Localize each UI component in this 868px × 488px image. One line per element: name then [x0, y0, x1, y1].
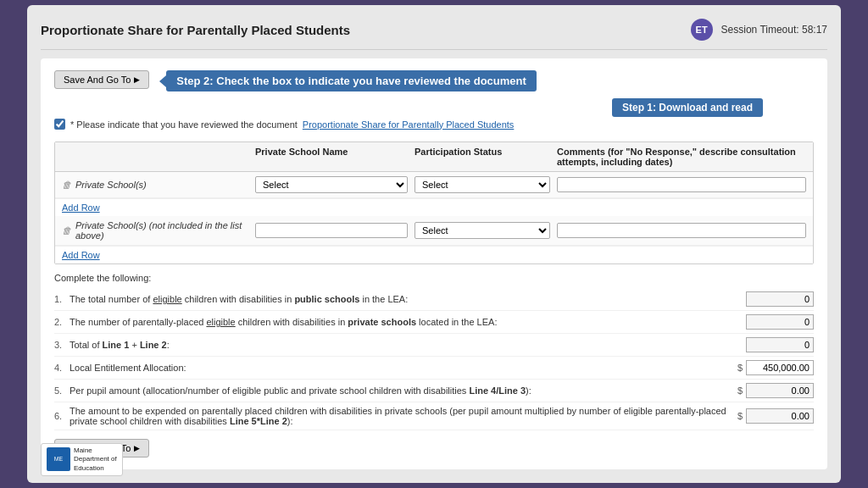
review-label: * Please indicate that you have reviewed… [70, 119, 298, 130]
calc-row-4-input[interactable] [746, 360, 814, 375]
row2-private-school-input[interactable] [255, 223, 408, 238]
calc-row-5-num: 5. [54, 385, 70, 396]
calc-row-1-label: The total number of eligible children wi… [70, 294, 746, 304]
main-content: Save And Go To Step 2: Check the box to … [41, 58, 827, 469]
review-row: * Please indicate that you have reviewed… [54, 119, 814, 130]
calc-row-6-label: The amount to be expended on parentally … [70, 406, 737, 426]
col-header-participation: Participation Status [415, 147, 550, 167]
session-timeout: Session Timeout: 58:17 [721, 24, 827, 36]
col-header-private-school: Private School Name [255, 147, 408, 167]
calc-row-4-label: Local Entitlement Allocation: [70, 363, 737, 373]
complete-section: Complete the following: 1. The total num… [54, 273, 814, 430]
step2-callout: Step 2: Check the box to indicate you ha… [166, 70, 536, 92]
header-divider [41, 49, 827, 50]
maine-logo-text: Maine Department of Education [74, 446, 117, 473]
save-and-go-top-button[interactable]: Save And Go To [54, 70, 149, 89]
table-header: Private School Name Participation Status… [55, 142, 813, 172]
review-document-link[interactable]: Proportionate Share for Parentally Place… [303, 119, 514, 130]
page-title: Proportionate Share for Parentally Place… [41, 23, 350, 37]
calc-row-2-value-cell [746, 314, 814, 330]
add-row-1-link[interactable]: Add Row [55, 198, 813, 216]
calc-row-6-input[interactable] [746, 408, 814, 424]
row2-icon: 🗑 [62, 225, 71, 236]
row1-private-school-select[interactable]: Select [255, 176, 408, 193]
row1-label: 🗑 Private School(s) [62, 180, 248, 190]
calc-row-3-input[interactable] [746, 337, 814, 352]
row2-participation-select[interactable]: Select [415, 222, 550, 239]
complete-title: Complete the following: [54, 273, 814, 283]
review-checkbox[interactable] [54, 119, 65, 130]
calc-row-4: 4. Local Entitlement Allocation: $ [54, 357, 814, 380]
avatar: ET [691, 19, 713, 41]
step1-callout: Step 1: Download and read [612, 98, 763, 117]
calc-row-6-num: 6. [54, 411, 70, 421]
bottom-toolbar: Save And Go To [54, 439, 814, 458]
calc-row-2-label: The number of parentally-placed eligible… [70, 317, 746, 327]
row1-icon: 🗑 [62, 180, 71, 190]
save-and-go-top-label: Save And Go To [64, 75, 131, 85]
col-header-name [62, 147, 248, 167]
calc-row-1-input[interactable] [746, 291, 814, 307]
table-row: 🗑 Private School(s) (not included in the… [55, 216, 813, 246]
col-header-comments: Comments (for "No Response," describe co… [557, 147, 806, 167]
calc-row-1: 1. The total number of eligible children… [54, 288, 814, 311]
row1-comments-input[interactable] [557, 177, 806, 192]
calc-row-5: 5. Per pupil amount (allocation/number o… [54, 380, 814, 402]
row2-comments-input[interactable] [557, 223, 806, 238]
calc-row-2-num: 2. [54, 317, 70, 327]
calc-row-6: 6. The amount to be expended on parental… [54, 402, 814, 430]
header-right: ET Session Timeout: 58:17 [691, 19, 827, 41]
add-row-2-link[interactable]: Add Row [55, 246, 813, 263]
calc-row-2: 2. The number of parentally-placed eligi… [54, 311, 814, 334]
calc-row-5-label: Per pupil amount (allocation/number of e… [70, 385, 737, 396]
calc-row-3-num: 3. [54, 340, 70, 350]
table-row: 🗑 Private School(s) Select Select [55, 172, 813, 198]
calc-row-3-label: Total of Line 1 + Line 2: [70, 340, 746, 350]
calc-row-1-num: 1. [54, 294, 70, 304]
calc-row-6-value-cell: $ [737, 408, 814, 424]
calc-row-3: 3. Total of Line 1 + Line 2: [54, 334, 814, 357]
calc-row-2-input[interactable] [746, 314, 814, 330]
calc-row-3-value-cell [746, 337, 814, 352]
calc-row-4-dollar: $ [737, 363, 743, 373]
row2-label: 🗑 Private School(s) (not included in the… [62, 220, 248, 241]
step1-wrapper: Step 1: Download and read [54, 98, 814, 117]
page-header: Proportionate Share for Parentally Place… [41, 19, 827, 41]
toolbar-row: Save And Go To Step 2: Check the box to … [54, 70, 814, 92]
calc-row-4-value-cell: $ [737, 360, 814, 375]
calc-row-5-value-cell: $ [737, 383, 814, 398]
calc-row-1-value-cell [746, 291, 814, 307]
calc-row-5-dollar: $ [737, 385, 743, 396]
calc-row-4-num: 4. [54, 363, 70, 373]
row1-participation-select[interactable]: Select [415, 176, 550, 193]
maine-logo-icon: ME [47, 447, 70, 471]
calc-row-5-input[interactable] [746, 383, 814, 398]
outer-container: Proportionate Share for Parentally Place… [27, 5, 841, 483]
maine-logo: ME Maine Department of Education [41, 443, 123, 476]
calc-row-6-dollar: $ [737, 411, 743, 421]
private-school-table: Private School Name Participation Status… [54, 141, 814, 264]
